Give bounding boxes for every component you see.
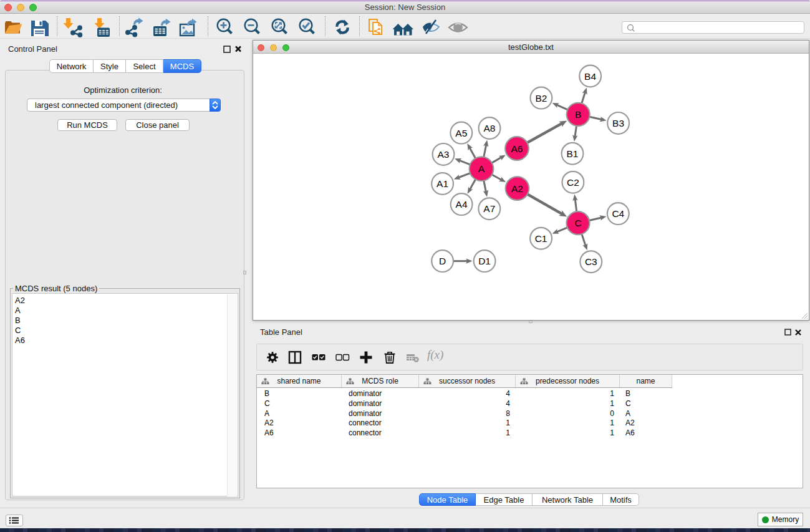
svg-text:A3: A3 (438, 149, 450, 160)
svg-text:C4: C4 (612, 208, 624, 219)
svg-text:A2: A2 (511, 183, 523, 194)
svg-text:B4: B4 (584, 71, 596, 82)
svg-text:B1: B1 (567, 148, 579, 159)
svg-text:B3: B3 (612, 118, 624, 128)
svg-text:A8: A8 (484, 123, 496, 133)
svg-text:A1: A1 (436, 178, 448, 189)
svg-text:A4: A4 (456, 199, 468, 210)
svg-text:A6: A6 (511, 143, 523, 154)
svg-text:C2: C2 (567, 177, 579, 188)
svg-text:B: B (575, 109, 581, 120)
svg-text:C1: C1 (535, 233, 547, 244)
svg-text:A5: A5 (455, 128, 467, 138)
svg-text:D1: D1 (478, 256, 491, 266)
svg-text:D: D (439, 256, 446, 266)
svg-text:A7: A7 (483, 203, 495, 214)
svg-text:B2: B2 (535, 93, 547, 104)
svg-text:C3: C3 (585, 256, 597, 267)
svg-text:C: C (574, 218, 581, 228)
svg-text:A: A (478, 163, 485, 174)
